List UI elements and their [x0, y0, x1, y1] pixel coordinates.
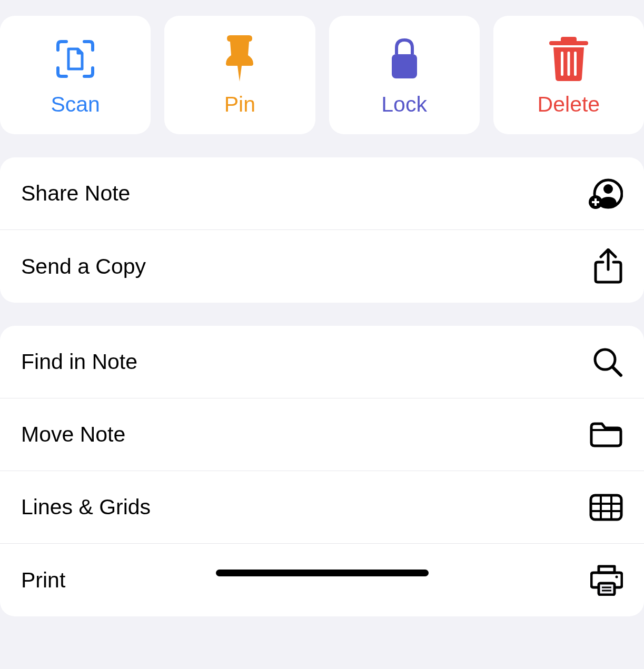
svg-rect-3 — [574, 52, 577, 76]
lines-grids-item[interactable]: Lines & Grids — [0, 471, 644, 544]
share-note-label: Share Note — [21, 181, 130, 206]
print-item[interactable]: Print — [0, 544, 644, 616]
share-person-icon — [588, 178, 623, 209]
lock-label: Lock — [381, 92, 427, 117]
pin-icon — [224, 35, 255, 83]
print-icon — [590, 564, 623, 596]
scan-label: Scan — [51, 92, 100, 117]
find-in-note-label: Find in Note — [21, 350, 137, 374]
lock-button[interactable]: Lock — [329, 16, 480, 134]
delete-label: Delete — [538, 92, 600, 117]
share-arrow-icon — [593, 248, 623, 284]
send-copy-item[interactable]: Send a Copy — [0, 230, 644, 303]
send-copy-label: Send a Copy — [21, 254, 146, 279]
svg-rect-1 — [561, 52, 563, 76]
scan-button[interactable]: Scan — [0, 16, 151, 134]
move-note-item[interactable]: Move Note — [0, 398, 644, 471]
trash-icon — [549, 35, 588, 83]
svg-rect-8 — [592, 201, 599, 203]
pin-label: Pin — [224, 92, 255, 117]
search-icon — [592, 347, 623, 377]
find-in-note-item[interactable]: Find in Note — [0, 326, 644, 398]
menu-group-share: Share Note Send a Copy — [0, 157, 644, 303]
svg-rect-11 — [599, 583, 615, 595]
print-label: Print — [21, 568, 65, 593]
grid-icon — [589, 494, 623, 521]
share-note-item[interactable]: Share Note — [0, 157, 644, 230]
lock-icon — [389, 35, 420, 83]
delete-button[interactable]: Delete — [493, 16, 644, 134]
move-note-label: Move Note — [21, 422, 125, 447]
svg-rect-0 — [392, 54, 417, 78]
home-indicator[interactable] — [216, 570, 429, 576]
folder-icon — [589, 422, 623, 448]
svg-rect-10 — [591, 495, 621, 520]
lines-grids-label: Lines & Grids — [21, 495, 151, 520]
top-actions-row: Scan Pin Lock — [0, 0, 644, 134]
svg-point-5 — [603, 184, 613, 194]
scan-icon — [55, 35, 96, 83]
svg-rect-2 — [567, 52, 570, 76]
pin-button[interactable]: Pin — [164, 16, 315, 134]
svg-point-12 — [616, 576, 618, 578]
